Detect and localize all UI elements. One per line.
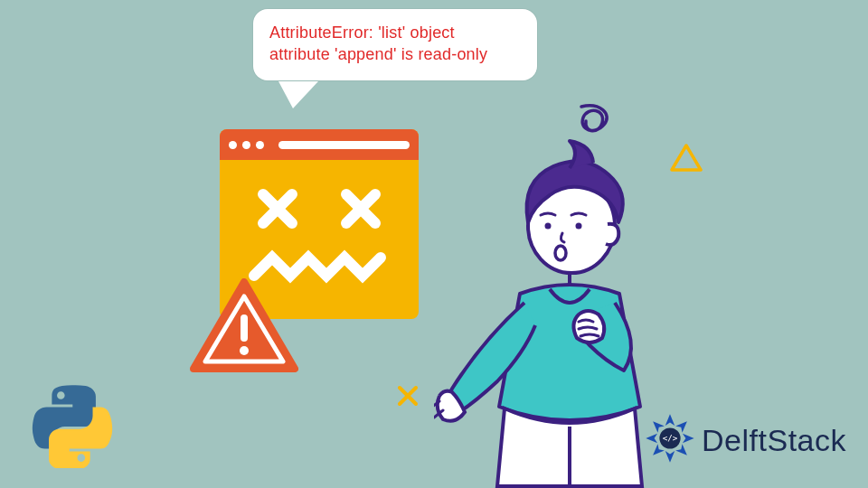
svg-rect-6	[241, 314, 248, 342]
window-control-dot-icon	[242, 141, 250, 149]
error-message-line1: AttributeError: 'list' object	[269, 22, 521, 43]
python-logo-icon	[31, 385, 114, 472]
brand-name: DelftStack	[702, 423, 846, 458]
window-address-bar-icon	[278, 141, 410, 149]
delftstack-brand: </> DelftStack	[644, 412, 846, 468]
svg-text:</>: </>	[663, 433, 678, 443]
illustration-stage: AttributeError: 'list' object attribute …	[0, 0, 868, 488]
svg-point-12	[545, 223, 552, 230]
speech-bubble-tail-icon	[278, 81, 318, 108]
svg-point-7	[240, 346, 249, 355]
delftstack-logo-icon: </>	[644, 412, 696, 468]
svg-point-13	[576, 223, 582, 230]
error-speech-bubble: AttributeError: 'list' object attribute …	[253, 9, 537, 80]
error-message-line2: attribute 'append' is read-only	[269, 43, 521, 65]
window-titlebar	[220, 129, 419, 160]
window-control-dot-icon	[256, 141, 264, 149]
window-control-dot-icon	[229, 141, 237, 149]
cross-decoration-icon	[396, 384, 420, 411]
warning-triangle-icon	[190, 278, 298, 380]
